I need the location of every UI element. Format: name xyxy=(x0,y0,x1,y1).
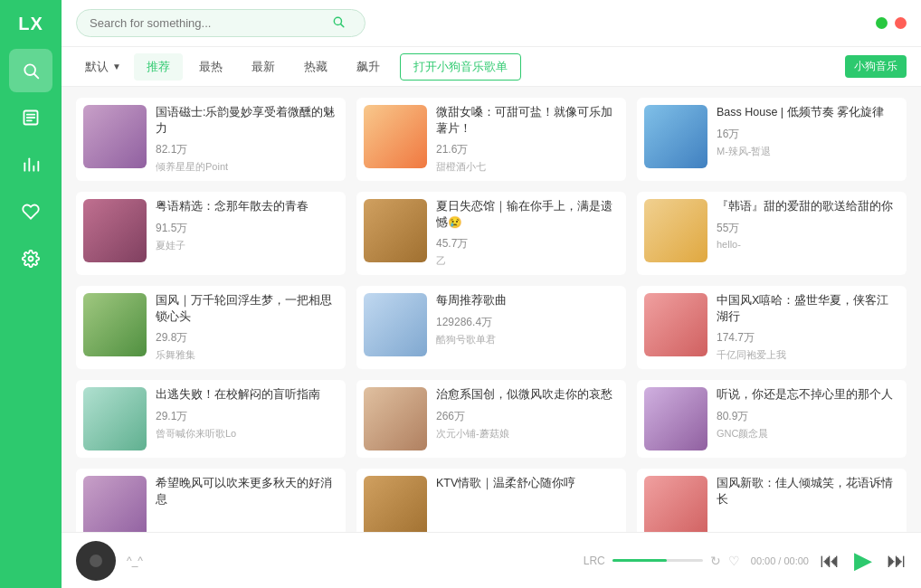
tab-zuixin[interactable]: 最新 xyxy=(239,53,288,81)
chevron-down-icon: ▼ xyxy=(112,62,121,71)
content-area: 国语磁士:乐韵曼妙享受着微醺的魅力 82.1万 倾养星星的Point 微甜女嗓：… xyxy=(62,87,921,532)
main-area: 默认 ▼ 推荐 最热 最新 热藏 飙升 打开小狗音乐歌单 小狗音乐 国语磁士:乐… xyxy=(62,0,921,588)
tab-default-label: 默认 xyxy=(85,59,109,75)
list-item[interactable]: 每周推荐歌曲 129286.4万 酷狗号歌单君 xyxy=(356,286,626,369)
player-progress-fill xyxy=(612,559,667,562)
playlist-author: 千亿同袍爱上我 xyxy=(717,348,899,362)
playlist-title: Bass House | 低频节奏 雾化旋律 xyxy=(717,105,899,121)
list-item[interactable]: Bass House | 低频节奏 雾化旋律 16万 M-辣风-暂退 xyxy=(637,98,907,181)
playlist-count: 91.5万 xyxy=(156,221,338,236)
playlist-thumbnail xyxy=(644,105,707,168)
svg-line-1 xyxy=(34,74,39,79)
playlist-count: 16万 xyxy=(717,127,899,142)
playlist-thumbnail xyxy=(644,476,707,532)
playlist-thumbnail xyxy=(364,105,427,168)
list-item[interactable]: 『韩语』甜的爱甜的歌送给甜的你 55万 hello- xyxy=(637,192,907,275)
player-next-button[interactable]: ⏭ xyxy=(887,549,907,573)
player-play-button[interactable]: ▶ xyxy=(854,546,872,574)
search-input[interactable] xyxy=(90,16,325,30)
playlist-count: 82.1万 xyxy=(156,142,338,157)
playlist-info: 夏日失恋馆｜输在你手上，满是遗憾😢 45.7万 乙 xyxy=(436,199,619,268)
playlist-count: 55万 xyxy=(717,221,899,236)
playlist-title: 微甜女嗓：可甜可盐！就像可乐加薯片！ xyxy=(436,105,619,137)
sidebar-item-settings[interactable] xyxy=(9,237,52,280)
playlist-author: GNC颜念晨 xyxy=(717,427,899,441)
playlist-title: 中国风X嘻哈：盛世华夏，侠客江湖行 xyxy=(717,293,899,325)
list-item[interactable]: 治愈系国创，似微风吹走你的哀愁 266万 次元小铺-蘑菇娘 xyxy=(356,380,626,458)
list-item[interactable]: 国风新歌：佳人倾城笑，花语诉情长 xyxy=(637,469,907,532)
player-lrc-label[interactable]: LRC xyxy=(584,555,605,567)
playlist-count: 21.6万 xyxy=(436,142,619,157)
playlist-count: 45.7万 xyxy=(436,236,619,251)
list-item[interactable]: 听说，你还是忘不掉心里的那个人 80.9万 GNC颜念晨 xyxy=(637,380,907,458)
tab-tuijian[interactable]: 推荐 xyxy=(134,53,183,81)
playlist-author: 乙 xyxy=(436,254,619,268)
playlist-info: 治愈系国创，似微风吹走你的哀愁 266万 次元小铺-蘑菇娘 xyxy=(436,387,619,441)
playlist-info: Bass House | 低频节奏 雾化旋律 16万 M-辣风-暂退 xyxy=(717,105,899,158)
sidebar-item-playlist[interactable] xyxy=(9,96,52,139)
playlist-info: 中国风X嘻哈：盛世华夏，侠客江湖行 174.7万 千亿同袍爱上我 xyxy=(717,293,899,362)
playlist-count: 129286.4万 xyxy=(436,315,619,330)
playlist-info: 『韩语』甜的爱甜的歌送给甜的你 55万 hello- xyxy=(717,199,899,250)
sidebar-item-search[interactable] xyxy=(9,49,52,92)
list-item[interactable]: 出逃失败！在校解闷的盲听指南 29.1万 曾哥喊你来听歌Lo xyxy=(76,380,346,458)
playlist-thumbnail xyxy=(83,387,147,450)
playlist-count: 29.8万 xyxy=(156,330,338,346)
playlist-info: 希望晚风可以吹来更多秋天的好消息 xyxy=(156,476,338,513)
list-item[interactable]: 粤语精选：念那年散去的青春 91.5万 夏娃子 xyxy=(76,192,346,275)
player-loop-icon[interactable]: ↻ xyxy=(710,554,721,568)
playlist-thumbnail xyxy=(644,387,707,450)
playlist-title: 国风新歌：佳人倾城笑，花语诉情长 xyxy=(717,476,899,507)
playlist-info: 听说，你还是忘不掉心里的那个人 80.9万 GNC颜念晨 xyxy=(717,387,899,441)
xiaogou-music-tag[interactable]: 小狗音乐 xyxy=(845,55,907,78)
player-time: 00:00 / 00:00 xyxy=(751,555,809,566)
tab-default[interactable]: 默认 ▼ xyxy=(76,53,130,81)
search-box[interactable] xyxy=(76,9,366,37)
playlist-thumbnail xyxy=(364,293,427,356)
playlist-author: 次元小铺-蘑菇娘 xyxy=(436,427,619,441)
playlist-title: 粤语精选：念那年散去的青春 xyxy=(156,199,338,215)
playlist-info: 国风｜万千轮回浮生梦，一把相思锁心头 29.8万 乐舞雅集 xyxy=(156,293,338,362)
tab-recang[interactable]: 热藏 xyxy=(291,53,340,81)
tabs-bar: 默认 ▼ 推荐 最热 最新 热藏 飙升 打开小狗音乐歌单 小狗音乐 xyxy=(62,47,921,87)
player-disc[interactable] xyxy=(76,541,116,581)
playlist-author: 甜橙酒小七 xyxy=(436,160,619,174)
sidebar-item-chart[interactable] xyxy=(9,143,52,186)
sidebar-item-favorites[interactable] xyxy=(9,190,52,233)
playlist-title: 『韩语』甜的爱甜的歌送给甜的你 xyxy=(717,199,899,215)
player-progress-bar[interactable] xyxy=(612,559,703,562)
playlist-info: 微甜女嗓：可甜可盐！就像可乐加薯片！ 21.6万 甜橙酒小七 xyxy=(436,105,619,174)
list-item[interactable]: 微甜女嗓：可甜可盐！就像可乐加薯片！ 21.6万 甜橙酒小七 xyxy=(356,98,626,181)
playlist-author: 夏娃子 xyxy=(156,239,338,252)
traffic-light-red[interactable] xyxy=(895,17,907,29)
sidebar: LX xyxy=(0,0,62,588)
tab-open-xiaogou[interactable]: 打开小狗音乐歌单 xyxy=(400,53,521,81)
player-track-label: ^_^ xyxy=(127,555,163,567)
player-bar: ^_^ LRC ↻ ♡ 00:00 / 00:00 ⏮ ▶ ⏭ xyxy=(62,532,921,588)
playlist-count: 80.9万 xyxy=(717,409,899,424)
list-item[interactable]: 夏日失恋馆｜输在你手上，满是遗憾😢 45.7万 乙 xyxy=(356,192,626,275)
playlist-author: 曾哥喊你来听歌Lo xyxy=(156,427,338,441)
playlist-count: 266万 xyxy=(436,409,619,424)
list-item[interactable]: 中国风X嘻哈：盛世华夏，侠客江湖行 174.7万 千亿同袍爱上我 xyxy=(637,286,907,369)
list-item[interactable]: 希望晚风可以吹来更多秋天的好消息 xyxy=(76,469,346,532)
playlist-thumbnail xyxy=(364,199,427,262)
playlist-title: 夏日失恋馆｜输在你手上，满是遗憾😢 xyxy=(436,199,619,231)
list-item[interactable]: 国语磁士:乐韵曼妙享受着微醺的魅力 82.1万 倾养星星的Point xyxy=(76,98,346,181)
search-icon[interactable] xyxy=(332,15,345,31)
playlist-count: 174.7万 xyxy=(717,330,899,346)
list-item[interactable]: 国风｜万千轮回浮生梦，一把相思锁心头 29.8万 乐舞雅集 xyxy=(76,286,346,369)
playlist-count: 29.1万 xyxy=(156,409,338,424)
svg-line-12 xyxy=(341,24,344,27)
tab-zuire[interactable]: 最热 xyxy=(186,53,235,81)
playlist-thumbnail xyxy=(644,293,707,356)
player-heart-icon[interactable]: ♡ xyxy=(728,554,740,568)
player-progress-area: LRC ↻ ♡ xyxy=(584,554,740,568)
tab-pensheng[interactable]: 飙升 xyxy=(344,53,393,81)
header xyxy=(62,0,921,47)
playlist-thumbnail xyxy=(644,199,707,262)
list-item[interactable]: KTV情歌｜温柔舒心随你哼 xyxy=(356,469,626,532)
player-prev-button[interactable]: ⏮ xyxy=(820,549,840,573)
traffic-light-green[interactable] xyxy=(876,17,888,29)
playlist-author: 乐舞雅集 xyxy=(156,348,338,362)
